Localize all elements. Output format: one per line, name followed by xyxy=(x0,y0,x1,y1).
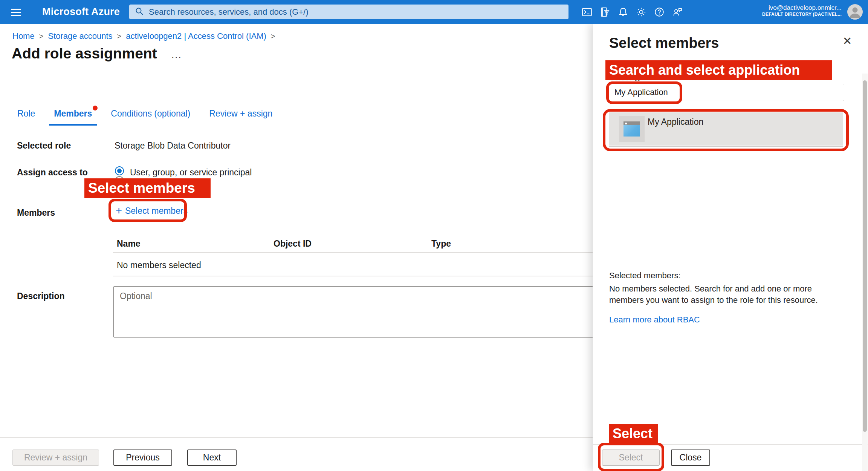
plus-icon: + xyxy=(116,206,122,216)
column-header-type: Type xyxy=(431,239,451,249)
notifications-icon[interactable] xyxy=(616,3,630,21)
next-button[interactable]: Next xyxy=(187,450,237,466)
selected-role-label: Selected role xyxy=(17,141,71,151)
review-assign-button[interactable]: Review + assign xyxy=(12,450,99,466)
account-info[interactable]: ivo@dactiveloop.onmicr... DEFAULT DIRECT… xyxy=(762,4,842,17)
search-result-my-application[interactable]: My Application xyxy=(609,112,843,146)
tab-review-assign[interactable]: Review + assign xyxy=(204,105,277,126)
selected-members-empty-hint: No members selected. Search for and add … xyxy=(609,283,835,306)
result-application-name: My Application xyxy=(648,117,703,127)
feedback-icon[interactable] xyxy=(671,3,684,21)
breadcrumb-storage-accounts[interactable]: Storage accounts xyxy=(48,31,112,41)
select-members-panel: Select members ✕ Select ⓘ Search and sel… xyxy=(593,24,868,471)
account-directory: DEFAULT DIRECTORY (DACTIVEL... xyxy=(762,12,842,17)
assign-access-option[interactable]: User, group, or service principal xyxy=(130,167,252,178)
panel-footer-divider xyxy=(593,444,868,445)
footer-divider xyxy=(0,437,595,438)
close-icon[interactable]: ✕ xyxy=(839,32,856,49)
table-empty-text: No members selected xyxy=(117,260,201,270)
column-header-name: Name xyxy=(117,239,141,249)
tab-conditions[interactable]: Conditions (optional) xyxy=(106,105,195,126)
panel-title: Select members xyxy=(609,35,719,51)
learn-more-rbac-link[interactable]: Learn more about RBAC xyxy=(609,315,700,325)
tab-members[interactable]: Members xyxy=(49,105,97,126)
tab-bar: Role Members Conditions (optional) Revie… xyxy=(12,105,286,126)
cloud-shell-icon[interactable] xyxy=(580,3,594,21)
breadcrumb-chevron-icon: > xyxy=(39,32,44,41)
tab-role[interactable]: Role xyxy=(12,105,40,126)
tab-members-badge-dot xyxy=(93,106,98,110)
panel-close-button[interactable]: Close xyxy=(671,450,710,466)
table-row-divider xyxy=(113,276,596,276)
member-search-input[interactable] xyxy=(608,84,844,101)
annotation-select-label: Select xyxy=(609,424,658,443)
settings-icon[interactable] xyxy=(634,3,648,21)
top-bar-icons xyxy=(580,0,684,24)
select-field-label: Select ⓘ xyxy=(609,72,641,83)
panel-scrollbar-track[interactable] xyxy=(862,74,868,471)
table-header-divider xyxy=(113,252,596,253)
result-row-divider xyxy=(609,146,843,147)
top-bar: Microsoft Azure xyxy=(0,0,868,24)
page-title: Add role assignment xyxy=(12,45,157,62)
search-input[interactable] xyxy=(149,7,556,17)
panel-scrollbar-thumb[interactable] xyxy=(863,80,867,432)
assign-access-radio-selected[interactable] xyxy=(115,166,124,175)
selected-members-label: Selected members: xyxy=(609,271,681,281)
select-members-link-label: Select members xyxy=(125,206,188,216)
global-search[interactable] xyxy=(129,5,568,19)
breadcrumb-chevron-icon: > xyxy=(117,32,122,41)
select-members-button[interactable]: + Select members xyxy=(116,206,188,216)
azure-portal-page: Microsoft Azure xyxy=(0,0,868,471)
tab-members-label: Members xyxy=(54,109,92,118)
annotation-select-members-label: Select members xyxy=(84,178,211,198)
account-avatar[interactable] xyxy=(847,4,863,20)
application-icon xyxy=(619,116,645,142)
selected-role-value: Storage Blob Data Contributor xyxy=(115,141,231,151)
column-header-object-id: Object ID xyxy=(274,239,312,249)
breadcrumb: Home > Storage accounts > activeloopgen2… xyxy=(12,31,275,41)
breadcrumb-home[interactable]: Home xyxy=(12,31,35,41)
members-label: Members xyxy=(17,208,55,218)
previous-button[interactable]: Previous xyxy=(113,450,172,466)
panel-select-button[interactable]: Select xyxy=(602,450,660,466)
account-email: ivo@dactiveloop.onmicr... xyxy=(762,4,842,12)
breadcrumb-access-control[interactable]: activeloopgen2 | Access Control (IAM) xyxy=(126,31,266,41)
title-more-button[interactable]: ... xyxy=(171,49,182,61)
assign-access-radio-hidden[interactable] xyxy=(115,176,124,185)
brand-title[interactable]: Microsoft Azure xyxy=(42,6,120,18)
description-textarea[interactable] xyxy=(113,286,596,338)
assign-access-label: Assign access to xyxy=(17,167,88,178)
hamburger-menu-icon[interactable] xyxy=(7,3,25,21)
help-icon[interactable] xyxy=(653,3,666,21)
directory-filter-icon[interactable] xyxy=(598,3,612,21)
search-icon xyxy=(134,6,144,18)
breadcrumb-chevron-icon: > xyxy=(271,32,275,41)
description-label: Description xyxy=(17,291,65,301)
